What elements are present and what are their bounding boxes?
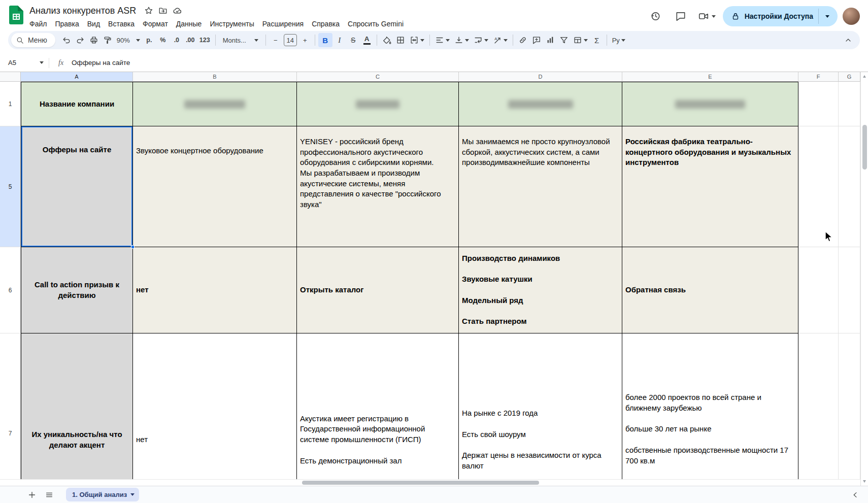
cell-A6[interactable]: Call to action призыв к действию xyxy=(21,247,133,333)
scroll-up-icon[interactable] xyxy=(863,75,866,78)
video-call-icon[interactable] xyxy=(696,6,718,26)
share-button[interactable]: Настройки Доступа xyxy=(723,6,838,26)
decrease-font-size-button[interactable]: − xyxy=(269,33,282,47)
cell-G6[interactable] xyxy=(839,247,860,333)
increase-font-size-button[interactable]: + xyxy=(298,33,312,47)
italic-button[interactable]: I xyxy=(333,33,346,47)
zoom-select[interactable]: 90% xyxy=(115,33,142,47)
redo-button[interactable] xyxy=(74,33,87,47)
vertical-scrollbar[interactable] xyxy=(860,72,868,486)
video-call-dropdown-icon[interactable] xyxy=(712,15,716,18)
strikethrough-button[interactable]: S xyxy=(347,33,360,47)
decrease-decimal-button[interactable]: .0 xyxy=(170,33,183,47)
merge-cells-button[interactable] xyxy=(408,33,426,47)
name-box[interactable]: A5 xyxy=(0,59,49,66)
insert-link-button[interactable] xyxy=(516,33,529,47)
menu-insert[interactable]: Вставка xyxy=(104,19,139,29)
menu-view[interactable]: Вид xyxy=(83,19,104,29)
column-header-a[interactable]: A xyxy=(21,72,133,82)
column-header-d[interactable]: D xyxy=(459,72,622,82)
cell-F1[interactable] xyxy=(798,82,839,126)
cell-E6[interactable]: Обратная связь xyxy=(622,247,798,333)
sheet-tab-active[interactable]: 1. Общий анализ xyxy=(66,488,139,501)
text-color-button[interactable]: A xyxy=(360,33,374,47)
row-header-6[interactable]: 6 xyxy=(0,247,21,333)
column-header-e[interactable]: E xyxy=(622,72,798,82)
menu-tools[interactable]: Инструменты xyxy=(206,19,258,29)
currency-format-button[interactable]: р. xyxy=(143,33,156,47)
cell-C7[interactable]: Акустика имеет регистрацию в Государстве… xyxy=(297,333,459,486)
functions-button[interactable]: Σ xyxy=(590,33,604,47)
scroll-tabs-left-button[interactable] xyxy=(848,487,863,502)
increase-decimal-button[interactable]: .00 xyxy=(184,33,197,47)
print-button[interactable] xyxy=(87,33,101,47)
menu-format[interactable]: Формат xyxy=(139,19,172,29)
menu-edit[interactable]: Правка xyxy=(51,19,83,29)
paint-format-button[interactable] xyxy=(101,33,114,47)
text-wrap-button[interactable] xyxy=(472,33,490,47)
font-select[interactable]: Monts... xyxy=(219,33,262,47)
star-icon[interactable] xyxy=(142,5,155,17)
insert-chart-button[interactable] xyxy=(544,33,557,47)
vertical-align-button[interactable] xyxy=(452,33,471,47)
cell-A1[interactable]: Название компании xyxy=(21,82,133,126)
column-header-b[interactable]: B xyxy=(133,72,297,82)
horizontal-scroll-thumb[interactable] xyxy=(302,481,539,485)
vertical-scroll-thumb[interactable] xyxy=(862,125,867,170)
cell-A5[interactable]: Офферы на сайте xyxy=(21,126,133,247)
scroll-down-icon[interactable] xyxy=(863,480,866,483)
avatar[interactable] xyxy=(843,8,860,25)
comments-icon[interactable] xyxy=(671,6,691,26)
menu-data[interactable]: Данные xyxy=(172,19,206,29)
collapse-toolbar-button[interactable] xyxy=(842,33,855,47)
cell-D1[interactable] xyxy=(459,82,622,126)
row-header-1[interactable]: 1 xyxy=(0,82,21,126)
input-tools-button[interactable]: Ру xyxy=(610,33,627,47)
cell-E5[interactable]: Российская фабрика театрально-концертног… xyxy=(622,126,798,247)
menu-extensions[interactable]: Расширения xyxy=(258,19,308,29)
cell-B1[interactable] xyxy=(133,82,297,126)
document-title[interactable]: Анализ конкурентов ASR xyxy=(29,6,136,16)
table-views-button[interactable] xyxy=(571,33,590,47)
font-size-input[interactable]: 14 xyxy=(284,34,297,46)
sheets-logo[interactable] xyxy=(9,6,23,24)
cell-D5[interactable]: Мы занимаемся не просто крупноузловой сб… xyxy=(459,126,622,247)
column-header-f[interactable]: F xyxy=(798,72,839,82)
selection-fill-handle[interactable] xyxy=(131,245,135,249)
select-all-corner[interactable] xyxy=(0,72,21,82)
text-rotation-button[interactable]: A xyxy=(491,33,510,47)
insert-comment-button[interactable] xyxy=(530,33,543,47)
column-header-g[interactable]: G xyxy=(839,72,860,82)
menu-ask-gemini[interactable]: Спросить Gemini xyxy=(344,19,408,29)
menu-help[interactable]: Справка xyxy=(308,19,344,29)
cell-F5[interactable] xyxy=(798,126,839,247)
row-header-7[interactable]: 7 xyxy=(0,333,21,486)
cell-C1[interactable] xyxy=(297,82,459,126)
toolbar-menu-search[interactable]: Меню xyxy=(11,33,55,47)
all-sheets-button[interactable] xyxy=(42,487,57,502)
cell-G7[interactable] xyxy=(839,333,860,486)
share-dropdown[interactable] xyxy=(818,9,836,24)
cell-C6[interactable]: Открыть каталог xyxy=(297,247,459,333)
sheet-tab-menu-icon[interactable] xyxy=(130,493,135,496)
cell-E1[interactable] xyxy=(622,82,798,126)
horizontal-scrollbar[interactable] xyxy=(0,479,860,486)
move-folder-icon[interactable] xyxy=(156,5,170,17)
cell-C5[interactable]: YENISEY - российский бренд профессиональ… xyxy=(297,126,459,247)
column-header-c[interactable]: C xyxy=(297,72,459,82)
create-filter-button[interactable] xyxy=(557,33,571,47)
more-formats-button[interactable]: 123 xyxy=(197,33,212,47)
cell-D7[interactable]: На рынке с 2019 года Есть свой шоурум Де… xyxy=(459,333,622,486)
fill-color-button[interactable] xyxy=(380,33,393,47)
cloud-status-icon[interactable] xyxy=(171,5,184,17)
percent-format-button[interactable]: % xyxy=(156,33,170,47)
row-header-5[interactable]: 5 xyxy=(0,126,21,247)
cell-B6[interactable]: нет xyxy=(133,247,297,333)
cell-F7[interactable] xyxy=(798,333,839,486)
cell-D6[interactable]: Производство динамиков Звуковые катушки … xyxy=(459,247,622,333)
undo-button[interactable] xyxy=(60,33,73,47)
horizontal-align-button[interactable] xyxy=(433,33,452,47)
cell-A7[interactable]: Их уникальность/на что делают акцент xyxy=(21,333,133,486)
bold-button[interactable]: B xyxy=(318,33,332,47)
cell-G5[interactable] xyxy=(839,126,860,247)
